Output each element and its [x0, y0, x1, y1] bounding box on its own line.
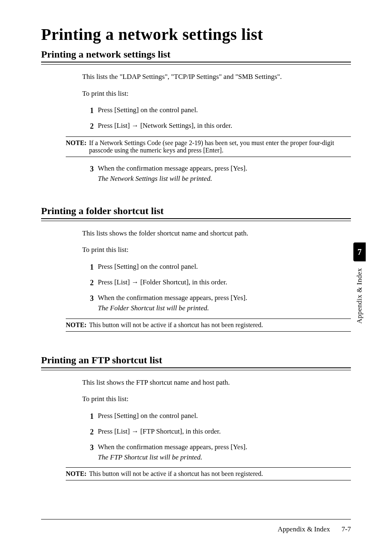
step-result: The FTP Shortcut list will be printed.: [98, 453, 202, 461]
heading-folder: Printing a folder shortcut list: [41, 205, 351, 217]
step-network-3: 3 When the confirmation message appears,…: [82, 164, 351, 184]
step-network-2: 2 Press [List] → [Network Settings], in …: [82, 121, 351, 132]
step-text: Press [Setting] on the control panel.: [98, 105, 351, 115]
step-folder-3: 3 When the confirmation message appears,…: [82, 293, 351, 313]
note-label: NOTE:: [66, 321, 87, 329]
note-text: If a Network Settings Code (see page 2-1…: [89, 139, 351, 154]
step-num: 1: [82, 262, 94, 272]
intro-folder: This lists shows the folder shortcut nam…: [82, 229, 351, 239]
step-text: Press [List] → [Folder Shortcut], in thi…: [98, 277, 351, 288]
step-result: The Folder Shortcut list will be printed…: [98, 304, 209, 312]
toprint-network: To print this list:: [82, 89, 351, 99]
step-text: Press [List] → [FTP Shortcut], in this o…: [98, 427, 351, 437]
rule-network: [41, 62, 351, 65]
step-text: Press [Setting] on the control panel.: [98, 411, 351, 421]
page: Printing a network settings list Printin…: [0, 0, 392, 554]
step-text: When the confirmation message appears, p…: [98, 164, 351, 184]
intro-ftp: This list shows the FTP shortcut name an…: [82, 378, 351, 388]
step-text-line: When the confirmation message appears, p…: [98, 164, 247, 172]
note-text: This button will not be active if a shor…: [89, 470, 351, 478]
note-label: NOTE:: [66, 470, 87, 478]
body-network-after: 3 When the confirmation message appears,…: [82, 164, 351, 184]
step-text: Press [Setting] on the control panel.: [98, 262, 351, 272]
heading-ftp: Printing an FTP shortcut list: [41, 355, 351, 366]
heading-network: Printing a network settings list: [41, 49, 351, 60]
step-folder-1: 1 Press [Setting] on the control panel.: [82, 262, 351, 272]
note-network: NOTE: If a Network Settings Code (see pa…: [66, 136, 351, 157]
step-text: When the confirmation message appears, p…: [98, 442, 351, 462]
step-network-1: 1 Press [Setting] on the control panel.: [82, 105, 351, 116]
page-title: Printing a network settings list: [41, 25, 351, 44]
rule-folder: [41, 218, 351, 221]
step-ftp-1: 1 Press [Setting] on the control panel.: [82, 411, 351, 422]
side-tab: 7 Appendix & Index: [353, 242, 366, 323]
tab-chip: 7: [353, 242, 366, 261]
step-text-line: When the confirmation message appears, p…: [98, 294, 247, 302]
step-text: Press [List] → [Network Settings], in th…: [98, 121, 351, 131]
step-num: 2: [82, 277, 94, 288]
step-result: The Network Settings list will be printe…: [98, 175, 212, 182]
tab-label: Appendix & Index: [355, 268, 364, 323]
step-num: 1: [82, 105, 94, 116]
step-num: 3: [82, 164, 94, 174]
note-ftp: NOTE: This button will not be active if …: [66, 467, 351, 480]
step-num: 1: [82, 411, 94, 422]
footer-page: 7-7: [341, 525, 351, 533]
step-num: 2: [82, 121, 94, 132]
step-folder-2: 2 Press [List] → [Folder Shortcut], in t…: [82, 277, 351, 288]
step-text: When the confirmation message appears, p…: [98, 293, 351, 313]
step-num: 3: [82, 293, 94, 304]
toprint-ftp: To print this list:: [82, 394, 351, 404]
note-text: This button will not be active if a shor…: [89, 321, 351, 329]
toprint-folder: To print this list:: [82, 245, 351, 255]
intro-network: This lists the "LDAP Settings", "TCP/IP …: [82, 72, 351, 82]
step-num: 2: [82, 427, 94, 437]
step-text-line: When the confirmation message appears, p…: [98, 443, 247, 451]
body-folder: This lists shows the folder shortcut nam…: [82, 229, 351, 314]
body-ftp: This list shows the FTP shortcut name an…: [82, 378, 351, 463]
step-num: 3: [82, 442, 94, 453]
footer-section: Appendix & Index: [278, 525, 330, 533]
note-label: NOTE:: [66, 139, 87, 154]
step-ftp-3: 3 When the confirmation message appears,…: [82, 442, 351, 462]
rule-ftp: [41, 367, 351, 370]
body-network: This lists the "LDAP Settings", "TCP/IP …: [82, 72, 351, 132]
footer: Appendix & Index 7-7: [41, 519, 351, 533]
step-ftp-2: 2 Press [List] → [FTP Shortcut], in this…: [82, 427, 351, 437]
note-folder: NOTE: This button will not be active if …: [66, 319, 351, 332]
